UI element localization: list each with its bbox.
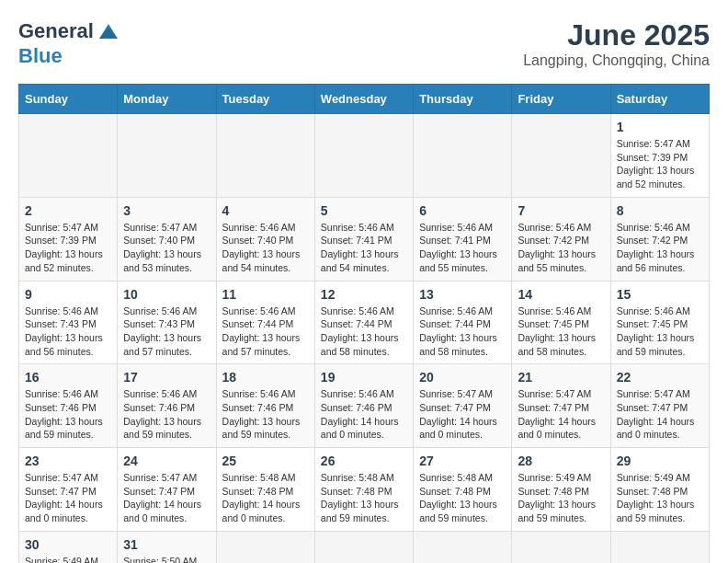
day-info: Sunrise: 5:46 AMSunset: 7:45 PMDaylight:… bbox=[518, 304, 604, 359]
day-info: Sunrise: 5:47 AMSunset: 7:47 PMDaylight:… bbox=[419, 387, 506, 442]
day-number: 20 bbox=[419, 370, 506, 385]
calendar-week-0: 1 Sunrise: 5:47 AMSunset: 7:39 PMDayligh… bbox=[19, 114, 710, 198]
calendar-cell bbox=[512, 114, 610, 198]
day-number: 21 bbox=[518, 370, 604, 385]
day-number: 10 bbox=[123, 287, 210, 302]
day-number: 22 bbox=[617, 370, 703, 385]
day-number: 4 bbox=[222, 203, 309, 218]
day-number: 30 bbox=[25, 537, 111, 552]
calendar-cell: 9 Sunrise: 5:46 AMSunset: 7:43 PMDayligh… bbox=[19, 281, 118, 364]
day-number: 13 bbox=[419, 287, 506, 302]
day-info: Sunrise: 5:46 AMSunset: 7:46 PMDaylight:… bbox=[222, 387, 309, 442]
calendar-cell: 7 Sunrise: 5:46 AMSunset: 7:42 PMDayligh… bbox=[512, 197, 610, 281]
day-header-friday: Friday bbox=[512, 85, 610, 114]
day-number: 23 bbox=[25, 454, 111, 468]
day-info: Sunrise: 5:46 AMSunset: 7:40 PMDaylight:… bbox=[222, 221, 309, 275]
day-info: Sunrise: 5:46 AMSunset: 7:44 PMDaylight:… bbox=[419, 304, 506, 359]
day-info: Sunrise: 5:47 AMSunset: 7:39 PMDaylight:… bbox=[25, 221, 111, 275]
day-header-monday: Monday bbox=[118, 85, 216, 114]
calendar-week-5: 30 Sunrise: 5:49 AMSunset: 7:48 PMDaylig… bbox=[19, 531, 710, 563]
calendar-cell bbox=[414, 114, 512, 198]
calendar-cell: 30 Sunrise: 5:49 AMSunset: 7:48 PMDaylig… bbox=[19, 531, 118, 563]
calendar-cell: 15 Sunrise: 5:46 AMSunset: 7:45 PMDaylig… bbox=[610, 281, 709, 364]
calendar-cell: 10 Sunrise: 5:46 AMSunset: 7:43 PMDaylig… bbox=[118, 281, 216, 364]
day-info: Sunrise: 5:46 AMSunset: 7:42 PMDaylight:… bbox=[617, 221, 703, 275]
calendar-body: 1 Sunrise: 5:47 AMSunset: 7:39 PMDayligh… bbox=[19, 114, 710, 564]
day-info: Sunrise: 5:48 AMSunset: 7:48 PMDaylight:… bbox=[321, 471, 407, 525]
logo-icon bbox=[96, 18, 121, 44]
calendar-cell bbox=[610, 531, 709, 563]
day-info: Sunrise: 5:50 AMSunset: 7:48 PMDaylight:… bbox=[123, 555, 210, 563]
calendar-week-2: 9 Sunrise: 5:46 AMSunset: 7:43 PMDayligh… bbox=[19, 281, 710, 364]
calendar-cell: 5 Sunrise: 5:46 AMSunset: 7:41 PMDayligh… bbox=[314, 197, 413, 281]
day-info: Sunrise: 5:46 AMSunset: 7:46 PMDaylight:… bbox=[25, 387, 111, 442]
calendar-week-3: 16 Sunrise: 5:46 AMSunset: 7:46 PMDaylig… bbox=[19, 364, 710, 448]
calendar-cell bbox=[414, 531, 512, 563]
calendar-cell: 31 Sunrise: 5:50 AMSunset: 7:48 PMDaylig… bbox=[118, 531, 216, 563]
calendar-cell bbox=[118, 114, 216, 198]
calendar-cell: 8 Sunrise: 5:46 AMSunset: 7:42 PMDayligh… bbox=[610, 197, 709, 281]
day-number: 16 bbox=[25, 370, 111, 385]
day-header-wednesday: Wednesday bbox=[314, 85, 413, 114]
calendar-cell: 6 Sunrise: 5:46 AMSunset: 7:41 PMDayligh… bbox=[414, 197, 512, 281]
day-header-thursday: Thursday bbox=[414, 85, 512, 114]
day-info: Sunrise: 5:46 AMSunset: 7:46 PMDaylight:… bbox=[123, 387, 210, 442]
day-info: Sunrise: 5:46 AMSunset: 7:44 PMDaylight:… bbox=[222, 304, 309, 359]
day-info: Sunrise: 5:47 AMSunset: 7:47 PMDaylight:… bbox=[518, 387, 604, 442]
calendar-cell: 27 Sunrise: 5:48 AMSunset: 7:48 PMDaylig… bbox=[414, 448, 512, 532]
calendar-cell bbox=[19, 114, 118, 198]
month-title: June 2025 bbox=[523, 18, 710, 52]
day-info: Sunrise: 5:47 AMSunset: 7:39 PMDaylight:… bbox=[617, 137, 703, 191]
calendar-cell: 11 Sunrise: 5:46 AMSunset: 7:44 PMDaylig… bbox=[216, 281, 314, 364]
calendar-cell: 24 Sunrise: 5:47 AMSunset: 7:47 PMDaylig… bbox=[118, 448, 216, 532]
day-info: Sunrise: 5:46 AMSunset: 7:45 PMDaylight:… bbox=[617, 304, 703, 359]
day-info: Sunrise: 5:46 AMSunset: 7:43 PMDaylight:… bbox=[25, 304, 111, 359]
day-number: 27 bbox=[419, 454, 506, 468]
calendar-cell: 2 Sunrise: 5:47 AMSunset: 7:39 PMDayligh… bbox=[19, 197, 118, 281]
logo: General Blue bbox=[18, 18, 121, 68]
day-number: 7 bbox=[518, 203, 604, 218]
day-info: Sunrise: 5:46 AMSunset: 7:42 PMDaylight:… bbox=[518, 221, 604, 275]
calendar-cell bbox=[314, 531, 413, 563]
calendar-week-4: 23 Sunrise: 5:47 AMSunset: 7:47 PMDaylig… bbox=[19, 448, 710, 532]
day-number: 3 bbox=[123, 203, 210, 218]
day-number: 12 bbox=[321, 287, 407, 302]
day-number: 17 bbox=[123, 370, 210, 385]
calendar-cell: 21 Sunrise: 5:47 AMSunset: 7:47 PMDaylig… bbox=[512, 364, 610, 448]
day-number: 18 bbox=[222, 370, 309, 385]
day-number: 5 bbox=[321, 203, 407, 218]
calendar-cell: 20 Sunrise: 5:47 AMSunset: 7:47 PMDaylig… bbox=[414, 364, 512, 448]
calendar-cell: 12 Sunrise: 5:46 AMSunset: 7:44 PMDaylig… bbox=[314, 281, 413, 364]
calendar-cell: 18 Sunrise: 5:46 AMSunset: 7:46 PMDaylig… bbox=[216, 364, 314, 448]
day-header-sunday: Sunday bbox=[19, 85, 118, 114]
page-header: General Blue June 2025 Langping, Chongqi… bbox=[18, 18, 710, 69]
calendar-cell: 4 Sunrise: 5:46 AMSunset: 7:40 PMDayligh… bbox=[216, 197, 314, 281]
day-info: Sunrise: 5:47 AMSunset: 7:40 PMDaylight:… bbox=[123, 221, 210, 275]
calendar-cell: 3 Sunrise: 5:47 AMSunset: 7:40 PMDayligh… bbox=[118, 197, 216, 281]
day-header-saturday: Saturday bbox=[610, 85, 709, 114]
day-info: Sunrise: 5:46 AMSunset: 7:46 PMDaylight:… bbox=[321, 387, 407, 442]
calendar-cell: 29 Sunrise: 5:49 AMSunset: 7:48 PMDaylig… bbox=[610, 448, 709, 532]
calendar-table: SundayMondayTuesdayWednesdayThursdayFrid… bbox=[18, 84, 710, 563]
calendar-cell: 23 Sunrise: 5:47 AMSunset: 7:47 PMDaylig… bbox=[19, 448, 118, 532]
day-info: Sunrise: 5:47 AMSunset: 7:47 PMDaylight:… bbox=[123, 471, 210, 525]
calendar-cell: 14 Sunrise: 5:46 AMSunset: 7:45 PMDaylig… bbox=[512, 281, 610, 364]
day-info: Sunrise: 5:48 AMSunset: 7:48 PMDaylight:… bbox=[222, 471, 309, 525]
day-info: Sunrise: 5:47 AMSunset: 7:47 PMDaylight:… bbox=[617, 387, 703, 442]
day-info: Sunrise: 5:47 AMSunset: 7:47 PMDaylight:… bbox=[25, 471, 111, 525]
day-info: Sunrise: 5:49 AMSunset: 7:48 PMDaylight:… bbox=[518, 471, 604, 525]
day-number: 28 bbox=[518, 454, 604, 468]
calendar-cell bbox=[216, 531, 314, 563]
calendar-cell: 26 Sunrise: 5:48 AMSunset: 7:48 PMDaylig… bbox=[314, 448, 413, 532]
calendar-cell: 13 Sunrise: 5:46 AMSunset: 7:44 PMDaylig… bbox=[414, 281, 512, 364]
day-number: 24 bbox=[123, 454, 210, 468]
calendar-week-1: 2 Sunrise: 5:47 AMSunset: 7:39 PMDayligh… bbox=[19, 197, 710, 281]
calendar-cell bbox=[512, 531, 610, 563]
calendar-cell: 1 Sunrise: 5:47 AMSunset: 7:39 PMDayligh… bbox=[610, 114, 709, 198]
calendar-cell bbox=[216, 114, 314, 198]
day-number: 11 bbox=[222, 287, 309, 302]
day-info: Sunrise: 5:46 AMSunset: 7:44 PMDaylight:… bbox=[321, 304, 407, 359]
day-info: Sunrise: 5:48 AMSunset: 7:48 PMDaylight:… bbox=[419, 471, 506, 525]
day-number: 15 bbox=[617, 287, 703, 302]
calendar-cell: 25 Sunrise: 5:48 AMSunset: 7:48 PMDaylig… bbox=[216, 448, 314, 532]
